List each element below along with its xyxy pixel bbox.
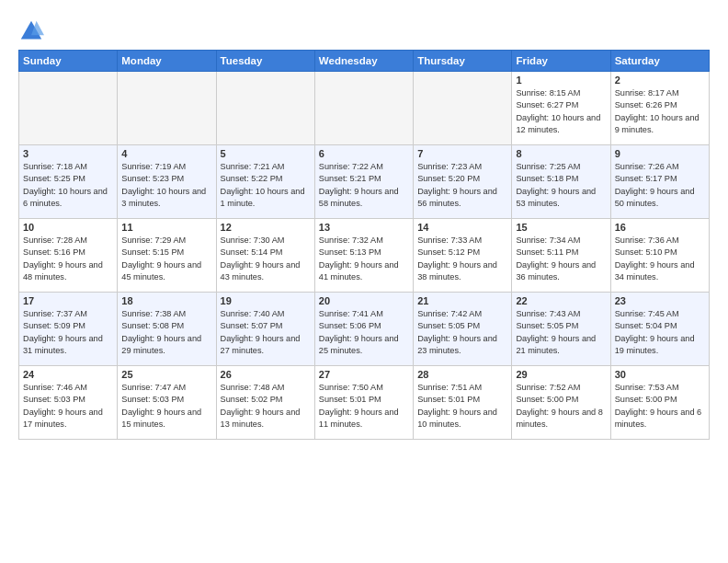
calendar-cell: 24Sunrise: 7:46 AMSunset: 5:03 PMDayligh… bbox=[19, 366, 118, 440]
day-info: Sunrise: 7:50 AMSunset: 5:01 PMDaylight:… bbox=[319, 382, 409, 431]
day-number: 14 bbox=[417, 222, 507, 233]
day-number: 24 bbox=[23, 369, 113, 380]
calendar-cell bbox=[118, 72, 216, 145]
calendar-cell: 10Sunrise: 7:28 AMSunset: 5:16 PMDayligh… bbox=[19, 219, 118, 293]
day-info: Sunrise: 7:19 AMSunset: 5:23 PMDaylight:… bbox=[121, 161, 211, 210]
header bbox=[18, 15, 710, 44]
calendar-cell: 13Sunrise: 7:32 AMSunset: 5:13 PMDayligh… bbox=[314, 219, 413, 293]
calendar-cell: 25Sunrise: 7:47 AMSunset: 5:03 PMDayligh… bbox=[118, 366, 216, 440]
calendar-cell: 1Sunrise: 8:15 AMSunset: 6:27 PMDaylight… bbox=[512, 72, 610, 145]
weekday-thursday: Thursday bbox=[414, 51, 512, 72]
weekday-wednesday: Wednesday bbox=[314, 51, 413, 72]
calendar-cell: 30Sunrise: 7:53 AMSunset: 5:00 PMDayligh… bbox=[610, 366, 709, 440]
day-info: Sunrise: 7:53 AMSunset: 5:00 PMDaylight:… bbox=[615, 382, 705, 431]
calendar-cell: 9Sunrise: 7:26 AMSunset: 5:17 PMDaylight… bbox=[610, 145, 709, 219]
day-info: Sunrise: 7:26 AMSunset: 5:17 PMDaylight:… bbox=[615, 161, 705, 210]
day-info: Sunrise: 7:48 AMSunset: 5:02 PMDaylight:… bbox=[221, 382, 311, 431]
calendar-cell: 29Sunrise: 7:52 AMSunset: 5:00 PMDayligh… bbox=[512, 366, 610, 440]
calendar-cell: 27Sunrise: 7:50 AMSunset: 5:01 PMDayligh… bbox=[314, 366, 413, 440]
day-number: 19 bbox=[221, 295, 311, 306]
day-info: Sunrise: 7:22 AMSunset: 5:21 PMDaylight:… bbox=[319, 161, 409, 210]
day-info: Sunrise: 7:25 AMSunset: 5:18 PMDaylight:… bbox=[516, 161, 606, 210]
day-info: Sunrise: 7:21 AMSunset: 5:22 PMDaylight:… bbox=[221, 161, 311, 210]
day-info: Sunrise: 7:43 AMSunset: 5:05 PMDaylight:… bbox=[516, 308, 606, 357]
calendar-row-0: 1Sunrise: 8:15 AMSunset: 6:27 PMDaylight… bbox=[19, 72, 710, 145]
calendar-cell: 5Sunrise: 7:21 AMSunset: 5:22 PMDaylight… bbox=[216, 145, 314, 219]
day-number: 5 bbox=[221, 148, 311, 159]
calendar-row-3: 17Sunrise: 7:37 AMSunset: 5:09 PMDayligh… bbox=[19, 293, 710, 366]
calendar-cell: 4Sunrise: 7:19 AMSunset: 5:23 PMDaylight… bbox=[118, 145, 216, 219]
day-number: 15 bbox=[516, 222, 606, 233]
calendar-cell: 19Sunrise: 7:40 AMSunset: 5:07 PMDayligh… bbox=[216, 293, 314, 366]
day-info: Sunrise: 7:34 AMSunset: 5:11 PMDaylight:… bbox=[516, 235, 606, 283]
day-info: Sunrise: 7:52 AMSunset: 5:00 PMDaylight:… bbox=[516, 382, 606, 431]
calendar-cell: 2Sunrise: 8:17 AMSunset: 6:26 PMDaylight… bbox=[610, 72, 709, 145]
day-number: 29 bbox=[516, 369, 606, 380]
day-info: Sunrise: 7:41 AMSunset: 5:06 PMDaylight:… bbox=[319, 308, 409, 357]
day-info: Sunrise: 7:23 AMSunset: 5:20 PMDaylight:… bbox=[417, 161, 507, 210]
day-number: 12 bbox=[221, 222, 311, 233]
day-number: 20 bbox=[319, 295, 409, 306]
calendar-cell: 15Sunrise: 7:34 AMSunset: 5:11 PMDayligh… bbox=[512, 219, 610, 293]
weekday-header-row: SundayMondayTuesdayWednesdayThursdayFrid… bbox=[19, 51, 710, 72]
calendar-cell: 20Sunrise: 7:41 AMSunset: 5:06 PMDayligh… bbox=[314, 293, 413, 366]
day-number: 2 bbox=[615, 75, 705, 86]
day-info: Sunrise: 7:33 AMSunset: 5:12 PMDaylight:… bbox=[417, 235, 507, 283]
calendar-cell: 28Sunrise: 7:51 AMSunset: 5:01 PMDayligh… bbox=[414, 366, 512, 440]
day-info: Sunrise: 7:45 AMSunset: 5:04 PMDaylight:… bbox=[615, 308, 705, 357]
day-number: 11 bbox=[121, 222, 211, 233]
day-number: 1 bbox=[516, 75, 606, 86]
calendar-cell: 12Sunrise: 7:30 AMSunset: 5:14 PMDayligh… bbox=[216, 219, 314, 293]
day-number: 27 bbox=[319, 369, 409, 380]
day-info: Sunrise: 8:17 AMSunset: 6:26 PMDaylight:… bbox=[615, 87, 705, 136]
calendar-cell: 26Sunrise: 7:48 AMSunset: 5:02 PMDayligh… bbox=[216, 366, 314, 440]
day-number: 3 bbox=[23, 148, 113, 159]
calendar-cell: 14Sunrise: 7:33 AMSunset: 5:12 PMDayligh… bbox=[414, 219, 512, 293]
day-number: 22 bbox=[516, 295, 606, 306]
calendar-cell: 11Sunrise: 7:29 AMSunset: 5:15 PMDayligh… bbox=[118, 219, 216, 293]
day-info: Sunrise: 7:18 AMSunset: 5:25 PMDaylight:… bbox=[23, 161, 113, 210]
day-number: 13 bbox=[319, 222, 409, 233]
day-number: 4 bbox=[121, 148, 211, 159]
day-info: Sunrise: 7:36 AMSunset: 5:10 PMDaylight:… bbox=[615, 235, 705, 283]
page: SundayMondayTuesdayWednesdayThursdayFrid… bbox=[0, 0, 728, 449]
weekday-monday: Monday bbox=[118, 51, 216, 72]
calendar-cell: 8Sunrise: 7:25 AMSunset: 5:18 PMDaylight… bbox=[512, 145, 610, 219]
day-number: 30 bbox=[615, 369, 705, 380]
calendar-cell: 16Sunrise: 7:36 AMSunset: 5:10 PMDayligh… bbox=[610, 219, 709, 293]
calendar-cell: 22Sunrise: 7:43 AMSunset: 5:05 PMDayligh… bbox=[512, 293, 610, 366]
day-number: 17 bbox=[23, 295, 113, 306]
day-info: Sunrise: 7:38 AMSunset: 5:08 PMDaylight:… bbox=[121, 308, 211, 357]
calendar-cell bbox=[216, 72, 314, 145]
day-info: Sunrise: 7:29 AMSunset: 5:15 PMDaylight:… bbox=[121, 235, 211, 283]
logo-icon bbox=[18, 18, 44, 44]
day-info: Sunrise: 7:30 AMSunset: 5:14 PMDaylight:… bbox=[221, 235, 311, 283]
calendar-cell: 18Sunrise: 7:38 AMSunset: 5:08 PMDayligh… bbox=[118, 293, 216, 366]
weekday-sunday: Sunday bbox=[19, 51, 118, 72]
day-info: Sunrise: 7:46 AMSunset: 5:03 PMDaylight:… bbox=[23, 382, 113, 431]
calendar-cell: 7Sunrise: 7:23 AMSunset: 5:20 PMDaylight… bbox=[414, 145, 512, 219]
day-number: 25 bbox=[121, 369, 211, 380]
calendar-cell: 21Sunrise: 7:42 AMSunset: 5:05 PMDayligh… bbox=[414, 293, 512, 366]
weekday-friday: Friday bbox=[512, 51, 610, 72]
day-info: Sunrise: 7:40 AMSunset: 5:07 PMDaylight:… bbox=[221, 308, 311, 357]
day-number: 23 bbox=[615, 295, 705, 306]
day-number: 18 bbox=[121, 295, 211, 306]
day-info: Sunrise: 7:51 AMSunset: 5:01 PMDaylight:… bbox=[417, 382, 507, 431]
day-number: 6 bbox=[319, 148, 409, 159]
day-info: Sunrise: 8:15 AMSunset: 6:27 PMDaylight:… bbox=[516, 87, 606, 136]
day-number: 10 bbox=[23, 222, 113, 233]
calendar-cell: 3Sunrise: 7:18 AMSunset: 5:25 PMDaylight… bbox=[19, 145, 118, 219]
calendar-cell: 23Sunrise: 7:45 AMSunset: 5:04 PMDayligh… bbox=[610, 293, 709, 366]
day-number: 21 bbox=[417, 295, 507, 306]
day-number: 28 bbox=[417, 369, 507, 380]
calendar-cell: 6Sunrise: 7:22 AMSunset: 5:21 PMDaylight… bbox=[314, 145, 413, 219]
calendar-table: SundayMondayTuesdayWednesdayThursdayFrid… bbox=[18, 50, 710, 440]
calendar-cell bbox=[314, 72, 413, 145]
calendar-row-4: 24Sunrise: 7:46 AMSunset: 5:03 PMDayligh… bbox=[19, 366, 710, 440]
calendar-row-1: 3Sunrise: 7:18 AMSunset: 5:25 PMDaylight… bbox=[19, 145, 710, 219]
day-info: Sunrise: 7:37 AMSunset: 5:09 PMDaylight:… bbox=[23, 308, 113, 357]
calendar-cell bbox=[19, 72, 118, 145]
day-number: 9 bbox=[615, 148, 705, 159]
day-info: Sunrise: 7:28 AMSunset: 5:16 PMDaylight:… bbox=[23, 235, 113, 283]
